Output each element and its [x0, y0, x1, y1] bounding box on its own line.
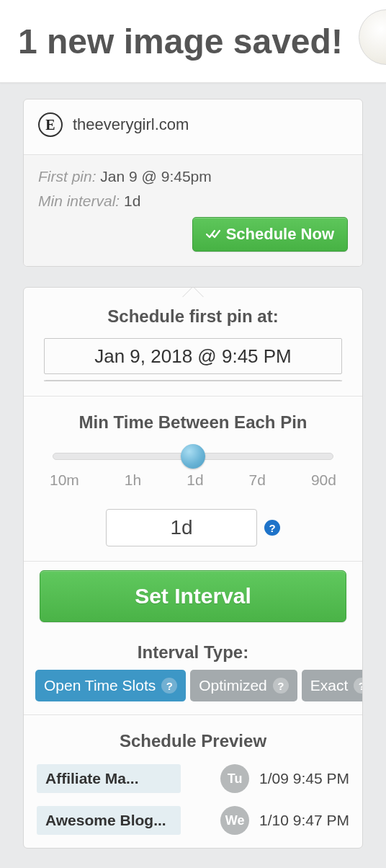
source-logo-icon: E — [38, 112, 63, 137]
help-icon[interactable]: ? — [273, 678, 289, 694]
help-icon[interactable]: ? — [264, 520, 280, 536]
schedule-panel: Schedule first pin at: Min Time Between … — [23, 287, 363, 849]
min-interval-value: 1d — [124, 192, 140, 209]
help-icon[interactable]: ? — [354, 678, 363, 694]
source-row: E theeverygirl.com — [24, 99, 362, 154]
slider-thumb[interactable] — [181, 444, 205, 469]
chip-exact[interactable]: Exact ? — [302, 670, 363, 701]
chip-open-time-slots[interactable]: Open Time Slots ? — [35, 670, 186, 701]
preview-row: Affiliate Ma... Tu 1/09 9:45 PM — [37, 764, 349, 793]
board-pill[interactable]: Affiliate Ma... — [37, 764, 181, 793]
first-pin-label: First pin: — [38, 168, 96, 185]
schedule-preview-title: Schedule Preview — [37, 724, 349, 764]
board-pill[interactable]: Awesome Blog... — [37, 806, 181, 835]
avatar[interactable] — [359, 9, 386, 65]
chip-label: Exact — [310, 677, 349, 694]
interval-slider[interactable] — [53, 446, 333, 467]
header-title: 1 new image saved! — [18, 22, 343, 61]
separator — [24, 561, 362, 562]
preview-time: 1/10 9:47 PM — [259, 812, 349, 829]
chip-label: Optimized — [199, 677, 267, 694]
min-time-title: Min Time Between Each Pin — [50, 411, 336, 433]
min-interval-label: Min interval: — [38, 192, 120, 209]
set-interval-button[interactable]: Set Interval — [40, 570, 346, 622]
double-check-icon — [206, 229, 220, 239]
slider-ticks: 10m 1h 1d 7d 90d — [50, 471, 336, 489]
help-icon[interactable]: ? — [161, 678, 177, 694]
schedule-now-button[interactable]: Schedule Now — [192, 217, 348, 252]
slider-tick: 7d — [249, 471, 266, 489]
preview-row: Awesome Blog... We 1/10 9:47 PM — [37, 806, 349, 835]
interval-type-title: Interval Type: — [24, 634, 362, 663]
chip-label: Open Time Slots — [44, 677, 156, 694]
day-badge: We — [220, 806, 249, 835]
slider-tick: 90d — [311, 471, 336, 489]
day-badge: Tu — [220, 764, 249, 793]
header-bar: 1 new image saved! — [0, 0, 386, 83]
source-domain: theeverygirl.com — [73, 115, 189, 134]
first-pin-value: Jan 9 @ 9:45pm — [100, 168, 211, 185]
schedule-now-label: Schedule Now — [226, 225, 334, 244]
slider-tick: 1d — [187, 471, 203, 489]
set-interval-label: Set Interval — [135, 584, 251, 608]
preview-time: 1/09 9:45 PM — [259, 770, 349, 787]
summary-card: E theeverygirl.com First pin: Jan 9 @ 9:… — [23, 99, 363, 267]
input-underline — [44, 380, 342, 381]
interval-input[interactable] — [106, 509, 257, 546]
slider-tick: 1h — [125, 471, 141, 489]
slider-tick: 10m — [50, 471, 79, 489]
schedule-datetime-input[interactable] — [44, 338, 342, 374]
interval-type-chips: Open Time Slots ? Optimized ? Exact ? — [24, 663, 362, 701]
chip-optimized[interactable]: Optimized ? — [190, 670, 297, 701]
